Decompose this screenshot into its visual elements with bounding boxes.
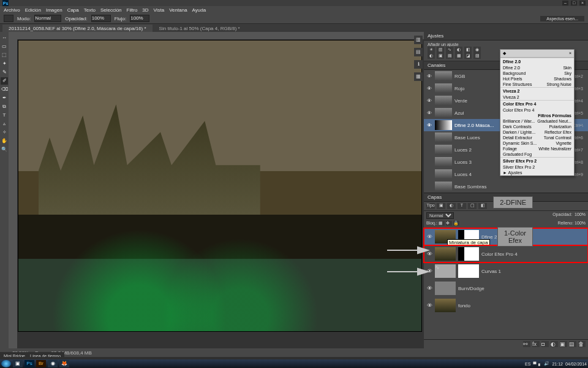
info-icon[interactable]: ℹ [414, 60, 423, 69]
tray-volume-icon[interactable]: 🔊 [544, 361, 549, 366]
nik-item[interactable]: Dfine 2.0Skin [500, 65, 574, 71]
taskbar-bridge-icon[interactable]: Br [36, 360, 46, 367]
flow-field[interactable]: 100% [130, 15, 149, 22]
swatches-icon[interactable]: ▦ [414, 72, 423, 81]
fx-icon[interactable]: fx [532, 341, 540, 347]
workspace-search[interactable]: Aspectos esen... [540, 16, 584, 21]
nik-item[interactable]: FoliageWhite Neutralizer [500, 146, 574, 151]
nik-item[interactable]: Viveza 2 [500, 94, 574, 100]
nik-item[interactable]: Dark ContrastsPolarization [500, 124, 574, 129]
layer-mask-thumb[interactable] [458, 247, 479, 261]
taskbar-chrome-icon[interactable]: ◉ [48, 360, 58, 367]
menu-texto[interactable]: Texto [84, 7, 96, 13]
nik-item[interactable]: Detail ExtractorTonal Contrast [500, 135, 574, 140]
eye-icon[interactable]: 👁 [426, 123, 432, 128]
marquee-tool[interactable]: ▭ [1, 43, 8, 50]
minimize-button[interactable]: – [562, 1, 568, 6]
nik-plugin-panel[interactable]: ◆ × Dfine 2.0 Dfine 2.0Skin BackgroundSk… [500, 49, 575, 176]
mask-icon[interactable]: ◘ [541, 341, 549, 347]
eye-icon[interactable]: 👁 [426, 285, 432, 291]
tray-network-icon[interactable]: ▖ [538, 361, 541, 366]
nik-item[interactable]: Graduated Fog [500, 151, 574, 157]
lock-all-icon[interactable]: 🔒 [453, 221, 459, 226]
nik-group-viveza[interactable]: Viveza 2 [500, 87, 574, 94]
adjustments-panel-header[interactable]: Ajustes [424, 32, 588, 40]
nik-group-silver[interactable]: Silver Efex Pro 2 [500, 157, 574, 164]
adj-vibrance-icon[interactable]: ◧ [464, 47, 472, 53]
history-icon[interactable]: ▥ [414, 36, 423, 44]
eraser-tool[interactable]: ⌫ [1, 86, 8, 93]
eye-icon[interactable]: 👁 [426, 110, 432, 116]
new-layer-icon[interactable]: ▤ [569, 341, 576, 347]
layer-color-efex[interactable]: 👁 Color Efex Pro 4 [424, 245, 588, 263]
eye-icon[interactable]: 👁 [426, 302, 432, 309]
link-icon[interactable]: ⚯ [523, 341, 530, 347]
layer-fondo[interactable]: 👁 fondo [424, 297, 588, 314]
layer-name[interactable]: Color Efex Pro 4 [481, 251, 518, 257]
layer-curvas[interactable]: 👁 ∿ Curvas 1 [424, 263, 588, 280]
move-tool[interactable]: ↔ [1, 34, 8, 42]
tray-flag-icon[interactable]: ▀ [533, 362, 536, 366]
layer-name[interactable]: fondo [458, 303, 470, 309]
nik-item[interactable]: Color Efex Pro 4 [500, 107, 574, 113]
filter-icon[interactable]: T [458, 203, 466, 209]
nik-item[interactable]: Darken / Lighte...Reflector Efex [500, 129, 574, 135]
taskbar-explorer-icon[interactable]: ▣ [13, 360, 23, 367]
filter-icon[interactable]: ▣ [437, 203, 445, 209]
nik-group-cefex[interactable]: Color Efex Pro 4 [500, 100, 574, 107]
filter-icon[interactable]: ◐ [447, 203, 456, 209]
nik-item[interactable]: BackgroundSky [500, 71, 574, 76]
lock-position-icon[interactable]: ✥ [446, 221, 452, 226]
lasso-tool[interactable]: ⬚ [1, 52, 8, 59]
adj-curves-icon[interactable]: ∿ [446, 47, 453, 53]
adjustment-thumb[interactable]: ∿ [435, 264, 456, 278]
wand-tool[interactable]: ✦ [1, 60, 8, 67]
crop-tool[interactable]: ✎ [1, 69, 8, 76]
opacity-field[interactable]: 100% [91, 15, 111, 22]
filter-icon[interactable]: ◧ [478, 203, 487, 209]
nik-close-icon[interactable]: × [569, 51, 571, 56]
menu-vista[interactable]: Vista [154, 7, 165, 13]
clone-tool[interactable]: ⧉ [1, 103, 8, 110]
maximize-button[interactable]: □ [571, 1, 577, 6]
layer-name[interactable]: Curvas 1 [481, 269, 501, 274]
layer-thumb[interactable] [435, 247, 456, 261]
trash-icon[interactable]: 🗑 [578, 341, 586, 347]
eye-icon[interactable]: 👁 [426, 86, 432, 91]
menu-edicion[interactable]: Edición [25, 7, 41, 13]
menu-ayuda[interactable]: Ayuda [192, 7, 206, 13]
adj-mixer-icon[interactable]: ▤ [446, 53, 453, 59]
brush-tool[interactable]: ✐ [1, 77, 8, 85]
taskbar-photoshop-icon[interactable]: Ps [24, 360, 34, 367]
adj-photo-icon[interactable]: ▣ [437, 53, 444, 59]
nik-item[interactable]: Silver Efex Pro 2 [500, 164, 574, 170]
layer-burn-dodge[interactable]: 👁 Burn/Dodge [424, 280, 588, 297]
blend-mode-select[interactable]: Normal [426, 212, 454, 219]
shape-tool[interactable]: ▵ [1, 120, 8, 128]
nik-panel-titlebar[interactable]: ◆ × [500, 50, 574, 58]
canvas-area[interactable] [9, 32, 424, 348]
start-button[interactable] [1, 360, 11, 367]
pen-tool[interactable]: ✒ [1, 94, 8, 102]
fill-value[interactable]: 100% [575, 221, 586, 226]
adj-brightness-icon[interactable]: ☀ [428, 47, 435, 53]
menu-ventana[interactable]: Ventana [169, 7, 187, 13]
close-button[interactable]: × [579, 1, 586, 6]
eye-icon[interactable]: 👁 [426, 234, 432, 240]
adj-invert-icon[interactable]: ◪ [464, 53, 472, 59]
nik-item[interactable]: Dynamic Skin S...Vignette [500, 140, 574, 146]
opacity-value[interactable]: 100% [575, 212, 586, 219]
adj-poster-icon[interactable]: ▨ [473, 53, 481, 59]
taskbar-firefox-icon[interactable]: 🦊 [59, 360, 69, 367]
layer-thumb[interactable] [435, 282, 456, 295]
adj-exposure-icon[interactable]: ◐ [455, 47, 462, 53]
nik-group-dfine[interactable]: Dfine 2.0 [500, 58, 574, 65]
zoom-tool[interactable]: 🔍 [1, 146, 8, 153]
filter-icon[interactable]: ▢ [468, 203, 477, 209]
nik-item[interactable]: Fine StructuresStrong Noise [500, 82, 574, 87]
menu-filtro[interactable]: Filtro [127, 7, 138, 13]
adjustment-icon[interactable]: ◐ [551, 341, 558, 347]
group-icon[interactable]: ▣ [560, 341, 567, 347]
menu-seleccion[interactable]: Selección [100, 7, 122, 13]
tray-date[interactable]: 04/02/2014 [565, 362, 587, 366]
